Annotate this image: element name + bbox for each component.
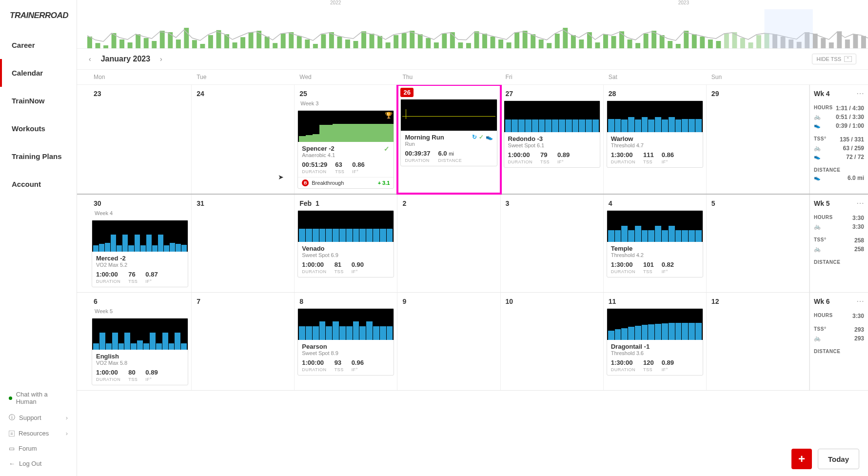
- chevron-up-icon: ⌃: [844, 56, 852, 62]
- nav-training-plans[interactable]: Training Plans: [0, 142, 77, 170]
- day-number: 9: [400, 296, 497, 306]
- workout-card[interactable]: Morning Run↻✓👟 Run 00:39:37DURATION 6.0 …: [400, 99, 497, 166]
- day-cell[interactable]: 11 Dragontail -1 Threshold 3.6 1:30:00DU…: [604, 293, 707, 390]
- week-menu-button[interactable]: ⋯: [856, 89, 864, 98]
- svg-rect-54: [523, 31, 528, 48]
- day-cell[interactable]: 6Week 5 English VO2 Max 5.8 1:00:00DURAT…: [89, 293, 192, 390]
- workout-card[interactable]: Venado Sweet Spot 6.9 1:00:00DURATION 81…: [297, 210, 394, 278]
- day-cell[interactable]: 3: [501, 195, 604, 292]
- plan-week-label: Week 3: [297, 99, 394, 108]
- calendar-grid: 232425Week 3 🏆 Spencer -2✓ Anaerobic 4.1…: [77, 85, 868, 476]
- workout-subtitle: Threshold 3.6: [611, 350, 699, 356]
- svg-rect-35: [370, 34, 375, 48]
- svg-rect-40: [410, 31, 414, 48]
- workout-chart: [401, 99, 496, 131]
- week-row: 232425Week 3 🏆 Spencer -2✓ Anaerobic 4.1…: [77, 85, 868, 195]
- week-menu-button[interactable]: ⋯: [856, 297, 864, 306]
- svg-rect-49: [482, 34, 487, 48]
- svg-rect-51: [498, 40, 503, 48]
- day-cell[interactable]: 29: [707, 85, 809, 194]
- chat-link[interactable]: Chat with a Human: [0, 387, 77, 409]
- workout-chart: [504, 101, 600, 132]
- workout-subtitle: VO2 Max 5.2: [96, 262, 184, 268]
- nav-trainnow[interactable]: TrainNow: [0, 87, 77, 115]
- day-number: 24: [195, 88, 291, 99]
- nav-workouts[interactable]: Workouts: [0, 115, 77, 142]
- svg-rect-63: [595, 42, 600, 48]
- day-header: Sat: [604, 70, 707, 84]
- svg-rect-14: [200, 44, 205, 48]
- day-cell[interactable]: 8 Pearson Sweet Spot 8.9 1:00:00DURATION…: [295, 293, 397, 390]
- svg-rect-79: [724, 34, 729, 48]
- workout-card[interactable]: Dragontail -1 Threshold 3.6 1:30:00DURAT…: [607, 308, 703, 376]
- svg-rect-9: [160, 31, 165, 48]
- day-cell[interactable]: 30Week 4 Merced -2 VO2 Max 5.2 1:00:00DU…: [89, 195, 192, 292]
- svg-rect-96: [861, 36, 866, 48]
- day-cell[interactable]: 25Week 3 🏆 Spencer -2✓ Anaerobic 4.1 00:…: [295, 85, 397, 194]
- logout-link[interactable]: ←Log Out: [0, 456, 77, 471]
- workout-card[interactable]: Pearson Sweet Spot 8.9 1:00:00DURATION 9…: [297, 308, 394, 376]
- day-cell[interactable]: 27 Redondo -3 Sweet Spot 6.1 1:00:00DURA…: [501, 85, 604, 194]
- hide-tss-button[interactable]: HIDE TSS⌃: [812, 54, 856, 64]
- day-cell[interactable]: 4 Temple Threshold 4.2 1:30:00DURATION 1…: [604, 195, 707, 292]
- svg-rect-65: [611, 36, 616, 48]
- day-cell[interactable]: 2: [397, 195, 500, 292]
- nav-calendar[interactable]: Calendar: [0, 59, 77, 87]
- prev-month-button[interactable]: ‹: [89, 55, 91, 63]
- workout-subtitle: Anaerobic 4.1: [302, 152, 390, 158]
- workout-chart: [607, 211, 703, 242]
- forum-link[interactable]: ▭Forum: [0, 441, 77, 456]
- logo: TRAINERROAD: [0, 0, 77, 31]
- workout-subtitle: Threshold 4.7: [611, 142, 699, 148]
- day-cell[interactable]: 23: [89, 85, 192, 194]
- day-cell[interactable]: 26 Morning Run↻✓👟 Run 00:39:37DURATION 6…: [397, 85, 500, 194]
- nav-career[interactable]: Career: [0, 31, 77, 59]
- day-number: 2: [400, 198, 497, 208]
- nav-account[interactable]: Account: [0, 170, 77, 198]
- day-cell[interactable]: 24: [192, 85, 295, 194]
- day-number: 11: [607, 296, 703, 306]
- week-menu-button[interactable]: ⋯: [856, 198, 864, 208]
- next-month-button[interactable]: ›: [160, 55, 162, 63]
- sync-icon: ↻: [472, 134, 477, 140]
- workout-card[interactable]: 🏆 Spencer -2✓ Anaerobic 4.1 00:51:29DURA…: [297, 110, 394, 189]
- workout-card[interactable]: Temple Threshold 4.2 1:30:00DURATION 101…: [607, 210, 703, 278]
- svg-rect-39: [402, 33, 407, 48]
- resources-link[interactable]: ≡Resources›: [0, 426, 77, 441]
- day-cell[interactable]: 28 Warlow Threshold 4.7 1:30:00DURATION …: [604, 85, 707, 194]
- svg-rect-37: [386, 42, 391, 48]
- workout-card[interactable]: English VO2 Max 5.8 1:00:00DURATION 80TS…: [92, 318, 188, 385]
- svg-rect-47: [466, 43, 471, 48]
- week-label: Wk 6: [814, 298, 830, 305]
- workout-chart: [607, 101, 703, 132]
- day-number: 12: [710, 296, 806, 306]
- add-button[interactable]: +: [791, 449, 812, 469]
- svg-rect-30: [329, 32, 334, 48]
- svg-rect-24: [281, 34, 286, 48]
- day-cell[interactable]: 10: [501, 293, 604, 390]
- day-cell[interactable]: 9: [397, 293, 500, 390]
- day-cell[interactable]: Feb 1 Venado Sweet Spot 6.9 1:00:00DURAT…: [295, 195, 397, 292]
- main: 2022 2023 ‹ January 2023 › HIDE TSS⌃ Mon…: [77, 0, 868, 476]
- support-link[interactable]: ⓘSupport›: [0, 409, 77, 426]
- svg-rect-15: [208, 35, 213, 48]
- today-badge: 26: [400, 88, 413, 97]
- workout-card[interactable]: Merced -2 VO2 Max 5.2 1:00:00DURATION 76…: [92, 220, 188, 287]
- workout-chart: [298, 309, 394, 340]
- day-cell[interactable]: 7: [192, 293, 295, 390]
- week-summary: Wk 6⋯ HOURS3:30TSS°293🚲293DISTANCE: [809, 293, 868, 390]
- svg-rect-75: [692, 34, 697, 48]
- workout-subtitle: Sweet Spot 8.9: [302, 350, 390, 356]
- svg-rect-83: [756, 35, 761, 48]
- tss-overview-strip[interactable]: 2022 2023: [77, 0, 868, 49]
- day-cell[interactable]: 12: [707, 293, 809, 390]
- plan-week-label: Week 5: [92, 306, 188, 316]
- workout-card[interactable]: Warlow Threshold 4.7 1:30:00DURATION 111…: [607, 100, 703, 168]
- day-cell[interactable]: 31: [192, 195, 295, 292]
- today-button[interactable]: Today: [818, 449, 859, 469]
- week-row: 30Week 4 Merced -2 VO2 Max 5.2 1:00:00DU…: [77, 195, 868, 293]
- svg-rect-44: [442, 34, 447, 48]
- workout-card[interactable]: Redondo -3 Sweet Spot 6.1 1:00:00DURATIO…: [504, 100, 600, 168]
- day-cell[interactable]: 5: [707, 195, 809, 292]
- day-number: 7: [195, 296, 291, 306]
